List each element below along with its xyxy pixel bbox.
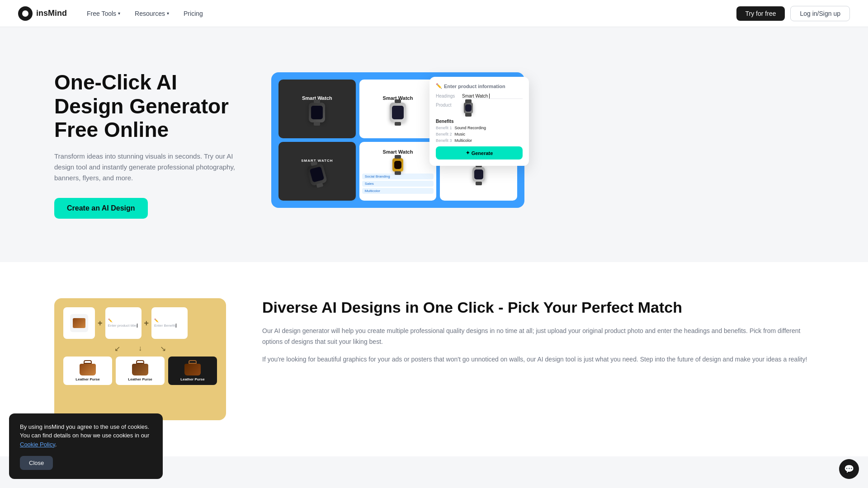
benefit-row-2: Benefit 2 Music bbox=[436, 132, 523, 136]
results-row: Leather Purse Leather Purse Leather Purs… bbox=[63, 357, 217, 385]
hero-visual: Smart Watch Smart Watch Smart Watch bbox=[271, 72, 814, 217]
cookie-banner: By using insMind you agree to the use of… bbox=[9, 413, 163, 457]
login-button[interactable]: Log in/Sign up bbox=[790, 6, 850, 21]
try-free-button[interactable]: Try for free bbox=[736, 6, 785, 21]
nav-free-tools[interactable]: Free Tools ▾ bbox=[81, 7, 126, 20]
sublist-item: Multicolor bbox=[362, 188, 434, 194]
benefit-row-3: Benefit 3 Multicolor bbox=[436, 138, 523, 143]
result-card-1: Leather Purse bbox=[63, 357, 112, 385]
nav-resources[interactable]: Resources ▾ bbox=[129, 7, 175, 20]
panel-headings-row: Headings Smart Watch bbox=[436, 94, 523, 99]
logo-icon bbox=[18, 6, 33, 21]
benefit-row-1: Benefit 1 Sound Recording bbox=[436, 126, 523, 130]
section2-visual: + ✏️ Enter product title| + ✏️ Enter Ben… bbox=[54, 298, 226, 420]
flow-title-input: ✏️ Enter product title| bbox=[105, 307, 142, 339]
panel-title: ✏️ Enter product information bbox=[436, 83, 523, 89]
cookie-text: By using insMind you agree to the use of… bbox=[20, 422, 152, 449]
sublist-item: Sales bbox=[362, 181, 434, 187]
hero-section: One-Click AI Design Generator Free Onlin… bbox=[0, 27, 868, 262]
section2-title: Diverse AI Designs in One Click - Pick Y… bbox=[262, 298, 814, 317]
grid-cell-4: SMART WATCH bbox=[278, 142, 356, 201]
hero-title: One-Click AI Design Generator Free Onlin… bbox=[54, 70, 244, 142]
flow-benefit-input: ✏️ Enter Benefit| bbox=[151, 307, 188, 339]
benefits-label: Benefits bbox=[436, 119, 523, 124]
create-design-button[interactable]: Create an AI Design bbox=[54, 198, 148, 219]
grid-cell-5: Smart Watch Social Branding Sales Multic… bbox=[359, 142, 437, 201]
section2-desc1: Our AI design generator will help you cr… bbox=[262, 326, 814, 347]
generate-button[interactable]: ✦ Generate bbox=[436, 146, 523, 160]
logo[interactable]: insMind bbox=[18, 6, 67, 21]
result-card-3: Leather Purse bbox=[168, 357, 217, 385]
navbar: insMind Free Tools ▾ Resources ▾ Pricing… bbox=[0, 0, 868, 27]
cookie-close-button[interactable]: Close bbox=[20, 456, 53, 456]
leather-demo: + ✏️ Enter product title| + ✏️ Enter Ben… bbox=[54, 298, 226, 420]
nav-links: Free Tools ▾ Resources ▾ Pricing bbox=[81, 7, 736, 20]
sparkle-icon: ✦ bbox=[466, 150, 470, 156]
chevron-down-icon: ▾ bbox=[167, 11, 169, 16]
grid-cell-1: Smart Watch bbox=[278, 80, 356, 138]
chevron-down-icon: ▾ bbox=[118, 11, 120, 16]
nav-actions: Try for free Log in/Sign up bbox=[736, 6, 850, 21]
plus-icon: + bbox=[98, 319, 103, 328]
flow-step-photo bbox=[63, 307, 95, 339]
cookie-policy-link[interactable]: Cookie Policy bbox=[20, 441, 55, 448]
section2-text: Diverse AI Designs in One Click - Pick Y… bbox=[262, 298, 814, 372]
hero-text: One-Click AI Design Generator Free Onlin… bbox=[54, 70, 244, 219]
panel-product-row: Product bbox=[436, 103, 523, 115]
result-card-2: Leather Purse bbox=[116, 357, 165, 385]
product-panel: ✏️ Enter product information Headings Sm… bbox=[429, 77, 529, 166]
section2-desc2: If you're looking for beautiful graphics… bbox=[262, 354, 814, 365]
hero-description: Transform ideas into stunning visuals in… bbox=[54, 151, 244, 183]
nav-pricing[interactable]: Pricing bbox=[178, 7, 208, 20]
logo-text: insMind bbox=[36, 9, 67, 18]
plus-icon-2: + bbox=[144, 319, 149, 328]
grid-cell-2: Smart Watch bbox=[359, 80, 437, 138]
